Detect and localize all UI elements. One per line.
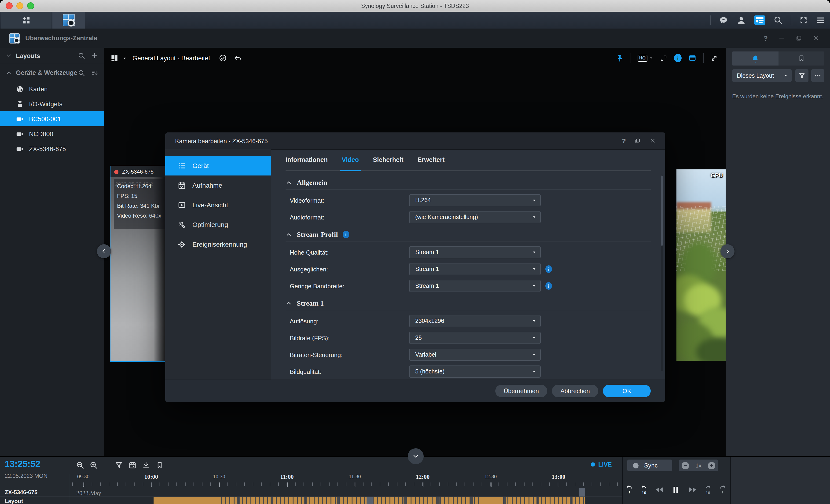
speed-decrease-button[interactable]: − xyxy=(681,462,689,469)
camera-tile-right[interactable]: GPU xyxy=(676,169,726,361)
menu-item-optimierung[interactable]: Optimierung xyxy=(165,215,271,234)
tab-notifications[interactable] xyxy=(732,52,778,66)
videoformat-dropdown[interactable]: H.264 xyxy=(409,194,541,206)
pin-icon[interactable] xyxy=(615,54,624,62)
jump-next-event-button[interactable]: ! xyxy=(719,484,727,495)
section-stream-1[interactable]: Stream 1 xyxy=(286,299,651,308)
event-filter-button[interactable] xyxy=(795,69,808,82)
dialog-scrollbar[interactable] xyxy=(661,174,663,371)
sidebar-item-label: I/O-Widgets xyxy=(29,100,63,107)
surveillance-station-tab[interactable] xyxy=(53,12,85,29)
timeline-collapse-button[interactable] xyxy=(408,448,424,464)
menu-item-aufnahme[interactable]: Aufnahme xyxy=(165,175,271,195)
snapshot-crop-icon[interactable] xyxy=(660,54,668,62)
macos-zoom-button[interactable] xyxy=(27,2,34,9)
fast-forward-button[interactable] xyxy=(688,484,697,495)
search-icon[interactable] xyxy=(773,15,783,25)
info-icon[interactable]: i xyxy=(343,231,349,238)
tick-label: 12:00 xyxy=(416,474,429,481)
camera-tile-zx-5346-675[interactable]: ZX-5346-675 2023-05-22 13:2 Codec: H.264… xyxy=(110,166,166,362)
forward-10s-button[interactable]: 10 xyxy=(704,484,712,495)
bildqualitaet-dropdown[interactable]: 5 (höchste) xyxy=(409,366,541,378)
ok-button[interactable]: OK xyxy=(603,385,651,397)
speed-increase-button[interactable]: + xyxy=(708,462,715,469)
minimize-icon[interactable] xyxy=(778,35,785,42)
layout-grid-icon[interactable] xyxy=(110,54,119,63)
playback-speed-control: − 1x + xyxy=(679,460,718,471)
geringe-bandbreite-dropdown[interactable]: Stream 1 xyxy=(409,280,541,292)
rewind-10s-button[interactable]: 10 xyxy=(640,484,648,495)
sync-toggle-button[interactable]: Sync xyxy=(627,460,672,471)
add-layout-icon[interactable] xyxy=(91,52,98,60)
timeline-ruler[interactable]: 09:30 10:00 10:30 11:00 11:30 12:00 12:3… xyxy=(69,457,622,488)
panel-toggle-icon[interactable] xyxy=(688,54,697,62)
notification-center-icon[interactable] xyxy=(754,15,765,25)
layout-dropdown-caret-icon[interactable] xyxy=(123,56,127,60)
tab-sicherheit[interactable]: Sicherheit xyxy=(373,149,404,170)
sort-icon[interactable] xyxy=(91,69,98,76)
section-allgemein[interactable]: Allgemein xyxy=(286,178,651,187)
fullscreen-icon[interactable] xyxy=(799,16,808,25)
sidebar-item-bc500-001[interactable]: BC500-001 xyxy=(0,111,104,126)
save-layout-icon[interactable] xyxy=(219,54,227,62)
user-icon[interactable] xyxy=(736,15,746,25)
live-indicator[interactable]: LIVE xyxy=(591,461,612,468)
maximize-icon[interactable] xyxy=(795,35,802,42)
search-icon[interactable] xyxy=(78,69,85,76)
scrollbar-thumb[interactable] xyxy=(661,175,663,246)
dialog-help-icon[interactable]: ? xyxy=(622,137,626,145)
rewind-button[interactable] xyxy=(655,484,665,495)
macos-minimize-button[interactable] xyxy=(17,2,23,9)
tick-label: 09:30 xyxy=(77,474,89,479)
event-more-button[interactable] xyxy=(811,69,824,82)
caret-down-icon xyxy=(532,369,537,374)
sidebar-section-devices[interactable]: Geräte & Werkzeuge xyxy=(0,64,104,81)
sidebar-item-zx-5346-675[interactable]: ZX-5346-675 xyxy=(0,141,104,156)
tab-bookmarks[interactable] xyxy=(778,52,824,66)
sidebar-section-layouts[interactable]: Layouts xyxy=(0,48,104,64)
apply-button[interactable]: Übernehmen xyxy=(495,385,547,397)
hohe-qualitaet-dropdown[interactable]: Stream 1 xyxy=(409,246,541,258)
macos-close-button[interactable] xyxy=(6,2,13,9)
sidebar-item-ncd800[interactable]: NCD800 xyxy=(0,126,104,141)
stream-quality-dropdown[interactable]: HQ xyxy=(637,55,653,62)
menu-item-live-ansicht[interactable]: Live-Ansicht xyxy=(165,195,271,215)
dialog-maximize-icon[interactable] xyxy=(634,138,641,144)
close-icon[interactable] xyxy=(813,35,820,42)
tab-erweitert[interactable]: Erweitert xyxy=(418,149,445,170)
search-icon[interactable] xyxy=(78,52,85,60)
jump-prev-event-button[interactable]: ! xyxy=(626,484,633,495)
bildrate-dropdown[interactable]: 25 xyxy=(409,332,541,344)
stream-info-icon[interactable]: i xyxy=(674,54,681,62)
expand-diagonal-icon[interactable] xyxy=(710,54,718,62)
previous-page-arrow-button[interactable] xyxy=(97,244,111,258)
info-icon[interactable]: i xyxy=(545,265,552,273)
main-menu-tab[interactable] xyxy=(1,12,52,29)
menu-item-ereigniserkennung[interactable]: Ereigniserkennung xyxy=(165,234,271,254)
bitraten-steuerung-dropdown[interactable]: Variabel xyxy=(409,349,541,361)
recording-dot-icon xyxy=(114,170,119,174)
layout-recording-bar[interactable] xyxy=(154,497,585,504)
event-scope-dropdown[interactable]: Dieses Layout xyxy=(732,69,792,82)
chat-icon[interactable] xyxy=(719,15,728,25)
help-icon[interactable]: ? xyxy=(764,34,768,42)
dialog-close-icon[interactable] xyxy=(649,138,656,144)
audioformat-dropdown[interactable]: (wie Kameraeinstellung) xyxy=(409,211,541,223)
tab-informationen[interactable]: Informationen xyxy=(286,149,328,170)
next-page-arrow-button[interactable] xyxy=(721,244,734,258)
layout-title: General Layout - Bearbeitet xyxy=(132,55,210,62)
recording-segment[interactable] xyxy=(579,488,585,497)
sidebar-item-karten[interactable]: Karten xyxy=(0,81,104,96)
hamburger-menu-icon[interactable] xyxy=(816,15,825,25)
pause-button[interactable] xyxy=(671,484,681,495)
undo-icon[interactable] xyxy=(233,54,242,62)
tab-video[interactable]: Video xyxy=(342,149,359,170)
app-window-titlebar: Überwachungs-Zentrale ? xyxy=(0,29,830,48)
ausgeglichen-dropdown[interactable]: Stream 1 xyxy=(409,263,541,275)
aufloesung-dropdown[interactable]: 2304x1296 xyxy=(409,315,541,327)
info-icon[interactable]: i xyxy=(545,282,552,290)
sidebar-item-io-widgets[interactable]: I/O-Widgets xyxy=(0,96,104,111)
menu-item-geraet[interactable]: Gerät xyxy=(165,156,271,175)
cancel-button[interactable]: Abbrechen xyxy=(552,385,598,397)
section-stream-profil[interactable]: Stream-Profil i xyxy=(286,230,651,239)
